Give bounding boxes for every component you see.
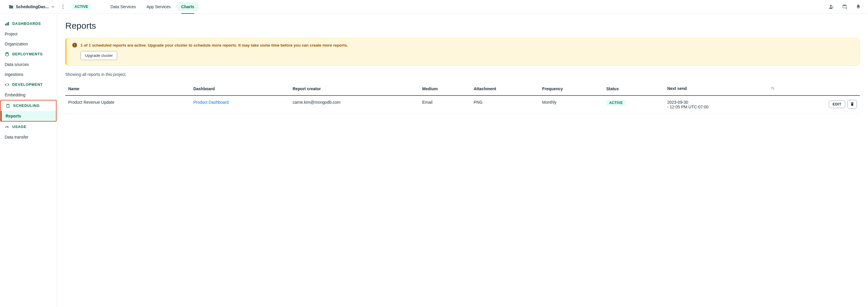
- sidebar-item-data-sources[interactable]: Data sources: [0, 59, 57, 69]
- dashboard-link[interactable]: Product Dashboard: [193, 100, 229, 104]
- sidebar-section-development: DEVELOPMENT: [0, 80, 57, 90]
- project-selector[interactable]: SchedulingDas...: [9, 4, 55, 9]
- status-badge: ACTIVE: [606, 100, 625, 106]
- gauge-icon: [5, 124, 9, 129]
- sidebar-section-deployments: DEPLOYMENTS: [0, 49, 57, 59]
- col-next-send-label: Next send: [667, 86, 687, 91]
- sidebar-item-project[interactable]: Project: [0, 29, 57, 39]
- sidebar-section-title: USAGE: [12, 125, 26, 129]
- svg-point-3: [830, 5, 832, 7]
- upgrade-alert: 1 of 1 scheduled reports are active. Upg…: [65, 38, 860, 66]
- code-icon: [5, 82, 9, 87]
- svg-rect-7: [8, 22, 9, 26]
- sidebar-item-data-transfer[interactable]: Data transfer: [0, 132, 57, 142]
- data-source-icon[interactable]: [842, 4, 847, 9]
- app-header: SchedulingDas... ACTIVE Data Services Ap…: [0, 0, 868, 14]
- col-dashboard[interactable]: Dashboard: [190, 82, 290, 95]
- sidebar-section-title: SCHEDULING: [13, 104, 40, 108]
- col-actions: [778, 82, 860, 95]
- clipboard-icon: [6, 103, 10, 108]
- sidebar-item-organization[interactable]: Organization: [0, 39, 57, 49]
- top-tabs: Data Services App Services Charts: [105, 0, 199, 14]
- next-send-time: - 12:05 PM UTC-07:00: [667, 104, 775, 109]
- list-subtitle: Showing all reports in this project.: [65, 72, 860, 77]
- svg-rect-6: [7, 23, 8, 26]
- svg-rect-5: [5, 24, 6, 26]
- sidebar-section-scheduling: SCHEDULING: [1, 100, 56, 111]
- chevron-down-icon: [51, 5, 55, 8]
- database-icon: [5, 52, 9, 57]
- alert-text: 1 of 1 scheduled reports are active. Upg…: [81, 43, 348, 48]
- sidebar-section-dashboards: DASHBOARDS: [0, 19, 57, 29]
- bar-chart-icon: [5, 21, 9, 26]
- sidebar-item-ingestions[interactable]: Ingestions: [0, 69, 57, 80]
- project-status-badge: ACTIVE: [72, 4, 91, 10]
- kebab-menu-icon[interactable]: [59, 3, 66, 10]
- col-attachment[interactable]: Attachment: [471, 82, 539, 95]
- cell-medium: Email: [420, 95, 471, 114]
- page-title: Reports: [65, 21, 860, 31]
- project-name: SchedulingDas...: [16, 4, 49, 9]
- col-creator[interactable]: Report creator: [290, 82, 420, 95]
- warning-icon: [72, 43, 77, 48]
- tab-data-services[interactable]: Data Services: [105, 0, 141, 14]
- col-name[interactable]: Name: [65, 82, 190, 95]
- sort-icon[interactable]: [771, 86, 775, 91]
- svg-point-1: [62, 6, 63, 7]
- col-status[interactable]: Status: [603, 82, 664, 95]
- folder-icon: [9, 5, 13, 9]
- invite-user-icon[interactable]: [829, 4, 834, 9]
- reports-table: Name Dashboard Report creator Medium Att…: [65, 82, 860, 114]
- upgrade-cluster-button[interactable]: Upgrade cluster: [81, 51, 117, 60]
- tab-charts[interactable]: Charts: [176, 2, 199, 11]
- sidebar-item-embedding[interactable]: Embedding: [0, 90, 57, 100]
- svg-point-2: [62, 8, 63, 9]
- svg-point-8: [6, 53, 8, 54]
- sidebar-section-usage: USAGE: [0, 122, 57, 132]
- bell-icon[interactable]: [856, 4, 861, 9]
- tab-app-services[interactable]: App Services: [141, 0, 176, 14]
- sidebar-item-reports[interactable]: Reports: [1, 111, 56, 121]
- cell-frequency: Monthly: [539, 95, 603, 114]
- edit-button[interactable]: EDIT: [829, 100, 845, 108]
- sidebar-section-title: DASHBOARDS: [12, 22, 41, 26]
- col-frequency[interactable]: Frequency: [539, 82, 603, 95]
- main-content: Reports 1 of 1 scheduled reports are act…: [57, 14, 868, 307]
- delete-button[interactable]: [847, 100, 857, 109]
- svg-point-0: [62, 4, 63, 5]
- col-medium[interactable]: Medium: [420, 82, 471, 95]
- cell-name: Product Revenue Update: [65, 95, 190, 114]
- svg-point-4: [843, 5, 846, 6]
- sidebar-highlight-annotation: SCHEDULING Reports: [0, 100, 57, 122]
- header-actions: [829, 4, 861, 9]
- sidebar: DASHBOARDS Project Organization DEPLOYME…: [0, 14, 57, 307]
- svg-rect-10: [7, 104, 8, 105]
- next-send-date: 2023-09-30: [667, 100, 775, 104]
- sidebar-section-title: DEPLOYMENTS: [12, 52, 43, 56]
- trash-icon: [850, 102, 854, 107]
- cell-attachment: PNG: [471, 95, 539, 114]
- cell-creator: carrie.kim@mongodb.com: [290, 95, 420, 114]
- cell-next-send: 2023-09-30 - 12:05 PM UTC-07:00: [664, 95, 778, 114]
- sidebar-section-title: DEVELOPMENT: [12, 83, 43, 87]
- table-row: Product Revenue Update Product Dashboard…: [65, 95, 860, 114]
- col-next-send[interactable]: Next send: [664, 82, 778, 95]
- svg-rect-9: [7, 104, 9, 108]
